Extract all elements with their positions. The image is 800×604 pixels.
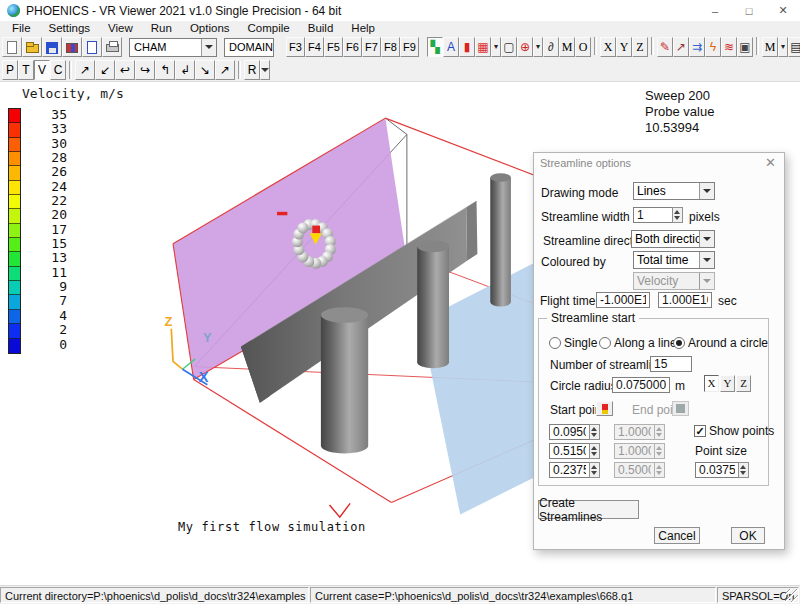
close-button[interactable]: ✕	[766, 0, 800, 21]
spinner-buttons[interactable]	[589, 443, 600, 459]
circle-radius-input[interactable]	[612, 377, 670, 393]
around-a-circle-radio[interactable]	[673, 337, 685, 349]
iso-surface-button[interactable]: ⇉	[689, 37, 705, 57]
start-z-spinner[interactable]	[549, 462, 600, 478]
spinner-buttons[interactable]	[589, 424, 600, 440]
velocity-button[interactable]: V	[34, 60, 50, 80]
spin-down-icon[interactable]	[590, 432, 599, 439]
open-file-button[interactable]	[22, 37, 42, 57]
single-radio[interactable]	[549, 337, 561, 349]
spin-up-icon[interactable]	[590, 425, 599, 432]
macro-button[interactable]: M	[762, 37, 778, 57]
rotate-up-right-button[interactable]: ↗	[75, 60, 95, 80]
menu-view[interactable]: View	[99, 21, 142, 35]
f5-button[interactable]: F5	[324, 37, 343, 57]
text-annotation-button[interactable]: A	[443, 37, 459, 57]
streamline-direction-combobox[interactable]: Both directions	[631, 230, 715, 248]
spin-down-icon[interactable]	[590, 451, 599, 458]
probe-dropdown-button[interactable]: ▾	[533, 37, 543, 57]
rotate-right-button[interactable]: ↪	[135, 60, 155, 80]
resize-grip[interactable]	[785, 589, 798, 602]
menu-file[interactable]: File	[3, 21, 40, 35]
dialog-close-icon[interactable]: ✕	[765, 155, 776, 170]
rotate-left-button[interactable]: ↩	[115, 60, 135, 80]
f9-button[interactable]: F9	[400, 37, 419, 57]
spin-up-icon[interactable]	[590, 463, 599, 470]
save-file-button[interactable]	[42, 37, 62, 57]
combo-dropdown-button[interactable]	[699, 183, 714, 199]
streamline-button[interactable]: ✎	[657, 37, 673, 57]
spinner-buttons[interactable]	[738, 462, 749, 478]
f7-button[interactable]: F7	[362, 37, 381, 57]
spin-up-icon[interactable]	[590, 444, 599, 451]
start-y-spinner[interactable]	[549, 443, 600, 459]
menu-build[interactable]: Build	[299, 21, 343, 35]
view-axis-x-button[interactable]: X	[600, 37, 616, 57]
rotate-down-left-button[interactable]: ↙	[95, 60, 115, 80]
spinner-buttons[interactable]	[589, 462, 600, 478]
cylinder-obstacle-front[interactable]	[321, 307, 368, 453]
macro-dropdown-button[interactable]: ▾	[778, 37, 788, 57]
patch-button[interactable]: ▮	[459, 37, 475, 57]
ok-button[interactable]: OK	[731, 527, 765, 544]
cylinder-obstacle-middle[interactable]	[417, 240, 449, 368]
reset-dropdown-button[interactable]	[260, 60, 270, 80]
combo-dropdown-button[interactable]	[699, 252, 714, 268]
menu-run[interactable]: Run	[142, 21, 181, 35]
graph-button[interactable]: ≋	[721, 37, 737, 57]
vector-button[interactable]: ↗	[673, 37, 689, 57]
tilt-up-button[interactable]: ↰	[155, 60, 175, 80]
print-button[interactable]	[102, 37, 122, 57]
animation-button[interactable]: ▤	[788, 37, 800, 57]
start-point-button[interactable]	[596, 401, 613, 416]
spin-up-icon[interactable]	[673, 208, 682, 215]
code-combobox[interactable]: CHAM	[129, 38, 217, 57]
new-file-button[interactable]	[2, 37, 22, 57]
point-size-input[interactable]	[695, 462, 738, 478]
menu-settings[interactable]: Settings	[40, 21, 100, 35]
cancel-button[interactable]: Cancel	[654, 527, 700, 544]
viewbox-button[interactable]: ▣	[737, 37, 753, 57]
spin-down-icon[interactable]	[590, 470, 599, 477]
coloured-by-combobox[interactable]: Total time	[633, 251, 715, 269]
zoom-out-button[interactable]: ↘	[195, 60, 215, 80]
pressure-button[interactable]: P	[2, 60, 18, 80]
streamline-width-spinner[interactable]	[633, 207, 683, 223]
axis-z-button[interactable]: Z	[736, 375, 751, 392]
spin-up-icon[interactable]	[739, 463, 748, 470]
grid-button[interactable]: ▦	[475, 37, 491, 57]
streamline-options-dialog[interactable]: Streamline options ✕ Drawing mode Lines …	[533, 152, 785, 550]
cylinder-obstacle-right[interactable]	[490, 173, 511, 306]
tilt-down-button[interactable]: ↲	[175, 60, 195, 80]
view-axis-z-button[interactable]: Z	[632, 37, 648, 57]
spin-down-icon[interactable]	[673, 215, 682, 222]
show-points-checkbox[interactable]: ✓	[694, 425, 706, 437]
spinner-buttons[interactable]	[672, 207, 683, 223]
menu-options[interactable]: Options	[181, 21, 239, 35]
particle-track-button[interactable]: ϟ	[705, 37, 721, 57]
temperature-button[interactable]: T	[18, 60, 34, 80]
minimize-button[interactable]: –	[698, 0, 732, 21]
editor-button[interactable]	[82, 37, 102, 57]
mouse-mode-o-button[interactable]: O	[575, 37, 591, 57]
menu-help[interactable]: Help	[342, 21, 384, 35]
flight-time-to-input[interactable]	[658, 292, 712, 308]
maximize-button[interactable]: □	[732, 0, 766, 21]
grid-dropdown-button[interactable]: ▾	[491, 37, 501, 57]
flight-time-from-input[interactable]	[596, 292, 650, 308]
streamline-width-input[interactable]	[633, 207, 672, 223]
create-streamlines-button[interactable]: Create Streamlines	[538, 500, 639, 519]
point-size-spinner[interactable]	[695, 462, 749, 478]
contour-button[interactable]: ▚	[427, 37, 443, 57]
start-z-input[interactable]	[549, 462, 589, 478]
start-y-input[interactable]	[549, 443, 589, 459]
viewport-canvas[interactable]: Z Y X Velocity, m/s 35333028262422201715…	[0, 82, 800, 585]
f4-button[interactable]: F4	[305, 37, 324, 57]
reset-view-button[interactable]: R	[244, 60, 260, 80]
number-of-streamlines-input[interactable]	[650, 356, 692, 372]
results-button[interactable]	[62, 37, 82, 57]
outline-button[interactable]: ▢	[501, 37, 517, 57]
axis-x-button[interactable]: X	[704, 375, 719, 392]
start-x-input[interactable]	[549, 424, 589, 440]
axis-y-button[interactable]: Y	[720, 375, 735, 392]
